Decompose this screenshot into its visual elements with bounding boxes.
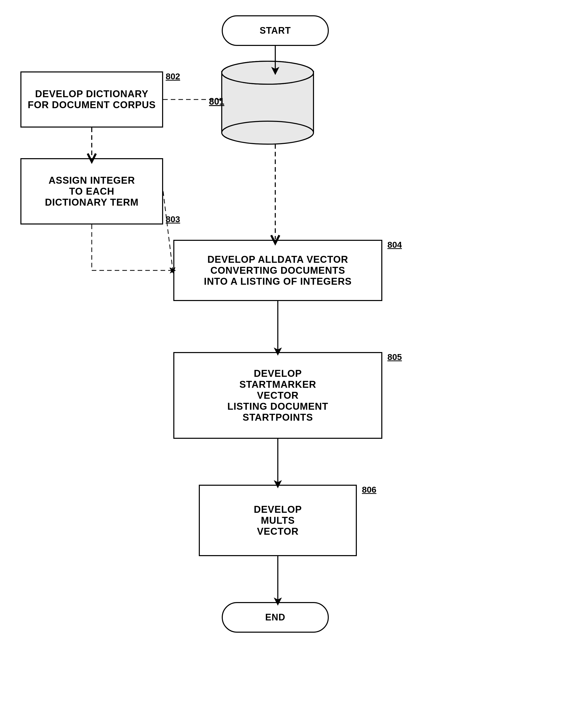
svg-point-1 [222, 61, 314, 84]
label-805: 805 [387, 352, 402, 362]
node-802: DEVELOP DICTIONARYFOR DOCUMENT CORPUS [20, 72, 163, 127]
svg-line-11 [163, 191, 173, 270]
svg-rect-3 [222, 73, 313, 83]
label-803: 803 [166, 214, 180, 224]
node-804: DEVELOP ALLDATA VECTORCONVERTING DOCUMEN… [173, 240, 382, 301]
node-806: DEVELOPMULTSVECTOR [199, 485, 357, 556]
label-804: 804 [387, 240, 402, 250]
end-node: END [222, 602, 329, 633]
svg-marker-9 [220, 98, 223, 101]
svg-rect-0 [222, 72, 314, 133]
svg-point-2 [222, 121, 314, 144]
node-803: ASSIGN INTEGERTO EACHDICTIONARY TERM [20, 158, 163, 224]
node-805: DEVELOPSTARTMARKERVECTORLISTING DOCUMENT… [173, 352, 382, 439]
label-806: 806 [362, 485, 376, 495]
start-node: START [222, 15, 329, 46]
diagram-container: START DEVELOP DICTIONARYFOR DOCUMENT COR… [0, 0, 588, 724]
svg-text:801: 801 [209, 96, 224, 107]
label-802: 802 [166, 72, 180, 81]
svg-point-4 [222, 61, 314, 84]
